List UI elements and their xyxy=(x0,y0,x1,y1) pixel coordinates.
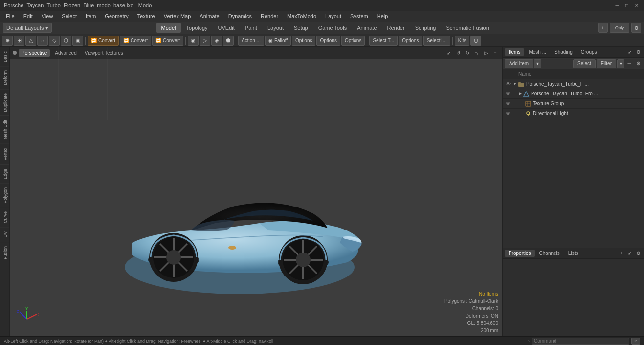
menu-item-dynamics[interactable]: Dynamics xyxy=(224,12,256,20)
toolbar-play-button[interactable]: ▷ xyxy=(200,36,210,46)
prop-tab-add[interactable]: + xyxy=(618,250,625,257)
toolbar-options-button4[interactable]: Options xyxy=(399,36,422,46)
toolbar-diamond2-button[interactable]: ◈ xyxy=(211,36,222,46)
toolbar-circle2-button[interactable]: ◉ xyxy=(188,36,199,46)
items-toolbar-minus[interactable]: ─ xyxy=(625,60,633,68)
prop-tab-channels[interactable]: Channels xyxy=(535,250,564,257)
menu-item-layout[interactable]: Layout xyxy=(321,12,345,20)
items-tab-mesh[interactable]: Mesh ... xyxy=(525,48,550,56)
layout-tab-schematic-fusion[interactable]: Schematic Fusion xyxy=(441,23,493,33)
toolbar-selecti-button[interactable]: Selecti ... xyxy=(423,36,450,46)
menu-item-vertex map[interactable]: Vertex Map xyxy=(160,12,195,20)
layout-tab-scripting[interactable]: Scripting xyxy=(410,23,441,33)
toolbar-snap-button[interactable]: ⊕ xyxy=(2,36,13,46)
select-button[interactable]: Select xyxy=(573,59,596,68)
toolbar-options-button2[interactable]: Options xyxy=(316,36,340,46)
items-tab-items[interactable]: Items xyxy=(505,48,524,56)
toolbar-diamond-button[interactable]: ◇ xyxy=(49,36,60,46)
layout-tab-render[interactable]: Render xyxy=(382,23,410,33)
item-row[interactable]: 👁 Texture Group xyxy=(503,99,644,109)
toolbar-falloff-button[interactable]: ◉ Falloff xyxy=(265,36,291,46)
menu-item-help[interactable]: Help xyxy=(373,12,392,20)
menu-item-view[interactable]: View xyxy=(38,12,57,20)
viewport-ctrl-expand[interactable]: ⤢ xyxy=(445,49,453,57)
menu-item-render[interactable]: Render xyxy=(257,12,282,20)
menu-item-animate[interactable]: Animate xyxy=(196,12,223,20)
toolbar-convert-orange-button[interactable]: 🔁 Convert xyxy=(88,36,119,46)
item-eye-icon[interactable]: 👁 xyxy=(505,81,511,88)
viewport-tab-textures[interactable]: Viewport Textures xyxy=(82,49,126,57)
expand2-icon[interactable]: ▶ xyxy=(519,92,522,96)
prop-tab-lists[interactable]: Lists xyxy=(564,250,582,257)
viewport-ctrl-menu[interactable]: ≡ xyxy=(491,49,499,57)
left-panel-fusion[interactable]: Fusion xyxy=(0,242,9,263)
left-panel-uv[interactable]: UV xyxy=(0,227,9,242)
prop-tab-expand[interactable]: ⤢ xyxy=(626,250,634,257)
toolbar-select-t-button[interactable]: Select T... xyxy=(369,36,398,46)
left-panel-edge[interactable]: Edge xyxy=(0,164,9,183)
menu-item-file[interactable]: File xyxy=(2,12,19,20)
close-button[interactable]: ✕ xyxy=(633,2,640,9)
item-eye-icon[interactable]: 👁 xyxy=(505,110,511,117)
viewport-tab-perspective[interactable]: Perspective xyxy=(19,49,50,57)
toolbar-square-button[interactable]: ▣ xyxy=(72,36,83,46)
expand-icon[interactable]: ▼ xyxy=(513,82,517,86)
viewport-ctrl-fullscreen[interactable]: ⤡ xyxy=(473,49,481,57)
window-controls[interactable]: ─ □ ✕ xyxy=(614,2,640,9)
filter-dropdown[interactable]: ▾ xyxy=(617,59,624,68)
left-panel-polygon[interactable]: Polygon xyxy=(0,183,9,207)
layout-tab-game-tools[interactable]: Game Tools xyxy=(313,23,352,33)
toolbar-triangle-button[interactable]: △ xyxy=(25,36,36,46)
items-tab-groups[interactable]: Groups xyxy=(577,48,601,56)
toolbar-action-button[interactable]: Action ... xyxy=(238,36,264,46)
layout-add-button[interactable]: + xyxy=(598,23,608,33)
minimize-button[interactable]: ─ xyxy=(614,2,621,9)
menu-item-system[interactable]: System xyxy=(346,12,372,20)
toolbar-hex-button[interactable]: ⬡ xyxy=(61,36,71,46)
viewport[interactable]: Perspective Advanced Viewport Textures ⤢… xyxy=(10,47,502,336)
viewport-ctrl-undo[interactable]: ↺ xyxy=(454,49,462,57)
viewport-dot[interactable] xyxy=(13,51,17,55)
toolbar-convert-button2[interactable]: 🔁 Convert xyxy=(120,36,151,46)
menu-item-item[interactable]: Item xyxy=(82,12,100,20)
layout-tab-model[interactable]: Model xyxy=(156,23,181,33)
left-panel-vertex[interactable]: Vertex xyxy=(0,143,9,164)
toolbar-grid-button[interactable]: ⊞ xyxy=(14,36,24,46)
layout-tab-topology[interactable]: Topology xyxy=(181,23,213,33)
item-row[interactable]: 👁 ▼ Porsche_Taycan_Turbo_F ... xyxy=(503,79,644,89)
maximize-button[interactable]: □ xyxy=(623,2,630,9)
menu-item-maxtomodo[interactable]: MaxToModo xyxy=(283,12,320,20)
command-input[interactable] xyxy=(532,338,629,345)
item-row[interactable]: 👁 ▶ Porsche_Taycan_Turbo_Fro ... xyxy=(503,89,644,99)
menu-item-edit[interactable]: Edit xyxy=(20,12,37,20)
menu-item-select[interactable]: Select xyxy=(58,12,81,20)
viewport-ctrl-play[interactable]: ▷ xyxy=(482,49,490,57)
left-panel-mesh-edit[interactable]: Mesh Edit xyxy=(0,115,9,143)
viewport-tab-advanced[interactable]: Advanced xyxy=(52,49,79,57)
left-panel-curve[interactable]: Curve xyxy=(0,207,9,227)
add-item-dropdown[interactable]: ▾ xyxy=(534,59,541,68)
layout-settings-button[interactable]: ⚙ xyxy=(631,23,641,33)
prop-tab-settings[interactable]: ⚙ xyxy=(634,250,642,257)
viewport-ctrl-redo[interactable]: ↻ xyxy=(464,49,471,57)
toolbar-circle-button[interactable]: ○ xyxy=(37,36,48,46)
item-eye-icon[interactable]: 👁 xyxy=(505,100,511,107)
command-submit-button[interactable]: ↵ xyxy=(631,338,640,345)
toolbar-unreal-button[interactable]: U xyxy=(470,36,481,46)
left-panel-deform[interactable]: Deform xyxy=(0,66,9,89)
left-panel-duplicate[interactable]: Duplicate xyxy=(0,89,9,116)
items-toolbar-settings[interactable]: ⚙ xyxy=(634,60,642,68)
add-item-button[interactable]: Add Item xyxy=(505,59,533,68)
layout-tab-layout[interactable]: Layout xyxy=(263,23,289,33)
toolbar-kits-button[interactable]: Kits xyxy=(455,36,470,46)
items-list[interactable]: 👁 ▼ Porsche_Taycan_Turbo_F ... xyxy=(503,79,644,248)
menu-item-geometry[interactable]: Geometry xyxy=(101,12,132,20)
toolbar-pentagon-button[interactable]: ⬟ xyxy=(223,36,234,46)
item-row[interactable]: 👁 Directional Light xyxy=(503,109,644,118)
prop-tab-properties[interactable]: Properties xyxy=(505,250,535,257)
layout-only-button[interactable]: Only xyxy=(610,23,629,33)
toolbar-options-button3[interactable]: Options xyxy=(341,36,365,46)
layout-dropdown[interactable]: Default Layouts ▾ xyxy=(3,23,52,33)
toolbar-convert-button3[interactable]: 🔁 Convert xyxy=(152,36,183,46)
layout-tab-uvedit[interactable]: UVEdit xyxy=(213,23,240,33)
